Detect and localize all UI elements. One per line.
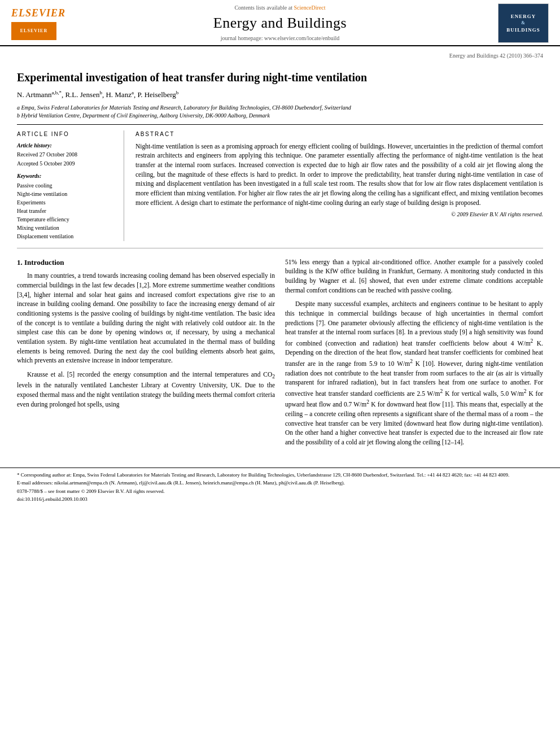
- journal-header: ELSEVIER ELSEVIER Contents lists availab…: [0, 0, 560, 46]
- keyword-2: Night-time ventilation: [17, 190, 117, 198]
- abstract-col: ABSTRACT Night-time ventilation is seen …: [135, 130, 543, 241]
- keyword-5: Temperature efficiency: [17, 216, 117, 224]
- main-body: 1. Introduction In many countries, a tre…: [17, 257, 543, 452]
- journal-homepage: journal homepage: www.elsevier.com/locat…: [62, 34, 498, 42]
- intro-para-1: In many countries, a trend towards incre…: [17, 271, 275, 365]
- logo-energy: ENERGY: [511, 13, 536, 20]
- section1-heading: 1. Introduction: [17, 257, 275, 268]
- sciencedirect-link[interactable]: ScienceDirect: [294, 5, 325, 11]
- author3-name: , H. Manz: [102, 90, 132, 99]
- article-info-col: ARTICLE INFO Article history: Received 2…: [17, 130, 124, 241]
- journal-ref: Energy and Buildings 42 (2010) 366–374: [17, 52, 543, 60]
- affil-a: a Empa, Swiss Federal Laboratories for M…: [17, 104, 543, 112]
- keyword-4: Heat transfer: [17, 207, 117, 215]
- abstract-label: ABSTRACT: [135, 130, 543, 138]
- elsevier-sub-label: ELSEVIER: [20, 28, 47, 34]
- intro-para-2: Krausse et al. [5] recorded the energy c…: [17, 370, 275, 409]
- footer-issn: 0378-7788/$ – see front matter © 2009 El…: [17, 488, 543, 495]
- logo-buildings: BUILDINGS: [506, 27, 540, 34]
- history-heading: Article history:: [17, 142, 117, 150]
- logo-and: &: [521, 20, 526, 26]
- author2-name: , R.L. Jensen: [62, 90, 100, 99]
- main-col-right: 51% less energy than a typical air-condi…: [285, 257, 543, 452]
- affil-b: b Hybrid Ventilation Centre, Department …: [17, 112, 543, 120]
- page-wrapper: ELSEVIER ELSEVIER Contents lists availab…: [0, 0, 560, 747]
- keywords-section: Keywords: Passive cooling Night-time ven…: [17, 172, 117, 241]
- journal-logo-box: ENERGY & BUILDINGS: [498, 3, 549, 43]
- author4-name: , P. Heiselberg: [134, 90, 176, 99]
- abstract-text: Night-time ventilation is seen as a prom…: [135, 142, 543, 208]
- affiliations: a Empa, Swiss Federal Laboratories for M…: [17, 104, 543, 125]
- right-para-1: 51% less energy than a typical air-condi…: [285, 257, 543, 295]
- journal-header-center: Contents lists available at ScienceDirec…: [62, 4, 498, 42]
- footer-doi: doi:10.1016/j.enbuild.2009.10.003: [17, 496, 543, 503]
- author4-super: b: [176, 90, 179, 95]
- keyword-6: Mixing ventilation: [17, 224, 117, 232]
- keywords-heading: Keywords:: [17, 172, 117, 180]
- footer-footnote-star: * Corresponding author at: Empa, Swiss F…: [17, 471, 543, 479]
- keyword-1: Passive cooling: [17, 182, 117, 190]
- page-footer: * Corresponding author at: Empa, Swiss F…: [0, 468, 560, 506]
- keyword-3: Experiments: [17, 199, 117, 207]
- author1-name: N. Artmann: [17, 90, 51, 99]
- contents-line: Contents lists available at ScienceDirec…: [62, 4, 498, 12]
- footer-email-line: E-mail addresses: nikolai.artmann@empa.c…: [17, 479, 543, 487]
- author1-super: a,b,*: [51, 90, 62, 95]
- right-para-2: Despite many successful examples, archit…: [285, 299, 543, 447]
- accepted-date: Accepted 5 October 2009: [17, 160, 117, 168]
- elsevier-logo: ELSEVIER ELSEVIER: [11, 6, 62, 40]
- main-col-left: 1. Introduction In many countries, a tre…: [17, 257, 275, 452]
- received-date: Received 27 October 2008: [17, 151, 117, 159]
- authors-line: N. Artmanna,b,*, R.L. Jensenb, H. Manza,…: [17, 89, 543, 101]
- elsevier-logo-text: ELSEVIER: [11, 6, 65, 20]
- journal-title: Energy and Buildings: [62, 13, 498, 33]
- article-info-label: ARTICLE INFO: [17, 130, 117, 138]
- copyright-line: © 2009 Elsevier B.V. All rights reserved…: [135, 211, 543, 219]
- keyword-7: Displacement ventilation: [17, 233, 117, 241]
- article-info-abstract: ARTICLE INFO Article history: Received 2…: [17, 130, 543, 248]
- content-area: Energy and Buildings 42 (2010) 366–374 E…: [0, 46, 560, 463]
- contents-text: Contents lists available at: [234, 5, 292, 11]
- article-title: Experimental investigation of heat trans…: [17, 70, 543, 85]
